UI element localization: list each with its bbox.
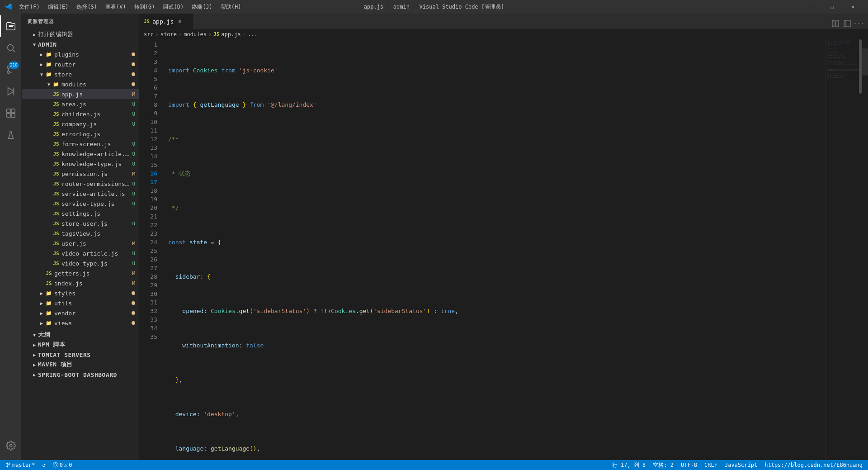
file-app-js[interactable]: JS app.js M (22, 89, 139, 99)
folder-plugins[interactable]: ▶ 📁 plugins (22, 49, 139, 59)
file-form-screen-js[interactable]: JS form-screen.js U (22, 139, 139, 149)
scrollbar-vertical[interactable] (862, 39, 868, 460)
file-company-js[interactable]: JS company.js U (22, 119, 139, 129)
breadcrumb-appjs[interactable]: app.js (221, 31, 241, 38)
file-index-js[interactable]: JS index.js M (22, 278, 139, 288)
activity-flask[interactable] (0, 124, 22, 146)
arrow-icon: ▶ (31, 351, 38, 358)
folder-utils[interactable]: ▶ 📁 utils (22, 298, 139, 308)
file-video-type-js[interactable]: JS video-type.js U (22, 258, 139, 268)
file-service-article-js[interactable]: JS service-article.js U (22, 189, 139, 199)
sidebar-content[interactable]: ▶ 打开的编辑器 ▼ ADMIN ▶ 📁 plugins ▶ 📁 router (22, 29, 139, 460)
section-tomcat[interactable]: ▶ TOMCAT SERVERS (22, 350, 139, 360)
file-label: store-user.js (61, 220, 132, 227)
more-actions-icon[interactable]: ··· (854, 18, 864, 29)
indentation-item[interactable]: 空格: 2 (651, 460, 675, 470)
menu-file[interactable]: 文件(F) (15, 2, 43, 12)
maximize-button[interactable]: □ (822, 0, 843, 14)
section-label: SPRING-BOOT DASHBOARD (38, 371, 139, 378)
file-service-type-js[interactable]: JS service-type.js U (22, 199, 139, 209)
line-ending-item[interactable]: CRLF (703, 460, 719, 470)
menu-help[interactable]: 帮助(H) (217, 2, 245, 12)
encoding-item[interactable]: UTF-8 (679, 460, 699, 470)
status-bar: master* ↺ ⓪ 0 ⚠ 0 行 17, 列 8 空格: 2 UTF-8 … (0, 460, 868, 470)
minimize-button[interactable]: ─ (801, 0, 822, 14)
file-store-user-js[interactable]: JS store-user.js U (22, 218, 139, 228)
warnings-count: 0 (69, 462, 72, 468)
file-getters-js[interactable]: JS getters.js M (22, 268, 139, 278)
menu-view[interactable]: 查看(V) (102, 2, 130, 12)
file-video-article-js[interactable]: JS video-article.js U (22, 248, 139, 258)
section-admin[interactable]: ▼ ADMIN (22, 39, 139, 49)
file-router-permissions-js[interactable]: JS router-permissions.js U (22, 179, 139, 189)
folder-icon: 📁 (45, 290, 52, 297)
section-maven[interactable]: ▶ MAVEN 项目 (22, 360, 139, 370)
file-children-js[interactable]: JS children.js U (22, 109, 139, 119)
folder-store[interactable]: ▼ 📁 store (22, 69, 139, 79)
file-user-js[interactable]: JS user.js M (22, 238, 139, 248)
code-editor[interactable]: 1 2 3 4 5 6 7 8 9 10 11 12 13 14 15 16 1… (139, 39, 868, 460)
run-icon (6, 86, 16, 96)
minimap-slider[interactable] (859, 39, 862, 94)
feedback-item[interactable]: https://blog.csdn.net/E86huang (763, 460, 864, 470)
git-branch-item[interactable]: master* (4, 460, 37, 470)
section-npm[interactable]: ▶ NPM 脚本 (22, 340, 139, 350)
file-errorlog-js[interactable]: JS errorLog.js (22, 129, 139, 139)
split-editor-icon[interactable] (830, 18, 841, 29)
untracked-letter: U (132, 111, 135, 117)
file-permission-js[interactable]: JS permission.js M (22, 169, 139, 179)
activity-settings[interactable] (0, 435, 22, 456)
section-springboot[interactable]: ▶ SPRING-BOOT DASHBOARD (22, 370, 139, 380)
activity-explorer[interactable] (0, 15, 22, 37)
errors-count: 0 (60, 462, 63, 468)
code-line-3: /** (161, 135, 826, 143)
git-branch-icon (5, 462, 11, 468)
errors-item[interactable]: ⓪ 0 ⚠ 0 (51, 460, 74, 470)
modified-badge (132, 311, 135, 315)
activity-scm[interactable]: 210 (0, 59, 22, 81)
cursor-position-item[interactable]: 行 17, 列 8 (610, 460, 648, 470)
folder-router[interactable]: ▶ 📁 router (22, 59, 139, 69)
section-open-editors[interactable]: ▶ 打开的编辑器 (22, 29, 139, 39)
menu-select[interactable]: 选择(S) (73, 2, 101, 12)
section-outline[interactable]: ▼ 大纲 (22, 330, 139, 340)
js-file-icon: JS (52, 160, 60, 167)
scrollbar-thumb[interactable] (862, 48, 868, 76)
file-knowledge-type-js[interactable]: JS knowledge-type.js U (22, 159, 139, 169)
code-content[interactable]: import Cookies from 'js-cookie' import {… (161, 39, 826, 460)
gear-icon (6, 441, 16, 451)
menu-goto[interactable]: 转到(G) (131, 2, 159, 12)
sync-item[interactable]: ↺ (41, 460, 47, 470)
scm-badge: 210 (9, 62, 19, 69)
folder-modules[interactable]: ▼ 📁 modules (22, 79, 139, 89)
modified-badge (132, 52, 135, 56)
file-area-js[interactable]: JS area.js U (22, 99, 139, 109)
menu-debug[interactable]: 调试(D) (159, 2, 187, 12)
language-item[interactable]: JavaScript (723, 460, 759, 470)
menu-edit[interactable]: 编辑(E) (44, 2, 72, 12)
file-tagsview-js[interactable]: JS tagsView.js (22, 228, 139, 238)
close-button[interactable]: ✕ (843, 0, 863, 14)
breadcrumb-store[interactable]: store (160, 31, 177, 38)
svg-point-6 (7, 71, 9, 74)
breadcrumb: src › store › modules › JS app.js › ... (139, 29, 868, 39)
breadcrumb-ellipsis[interactable]: ... (248, 31, 258, 38)
activity-search[interactable] (0, 37, 22, 59)
activity-run[interactable] (0, 81, 22, 102)
activity-extensions[interactable] (0, 102, 22, 124)
file-knowledge-article-js[interactable]: JS knowledge-article.js U (22, 149, 139, 159)
tab-close-button[interactable]: ✕ (176, 18, 184, 25)
folder-vendor[interactable]: ▶ 📁 vendor (22, 308, 139, 318)
modified-badge (132, 321, 135, 325)
menu-terminal[interactable]: 终端(J) (188, 2, 216, 12)
breadcrumb-modules[interactable]: modules (184, 31, 207, 38)
minimap-content: import Cookies from 'js-cookie' import {… (826, 39, 862, 460)
tab-app-js[interactable]: JS app.js ✕ (139, 14, 193, 29)
folder-label: router (54, 61, 132, 68)
arrow-icon: ▶ (38, 61, 45, 68)
file-settings-js[interactable]: JS settings.js (22, 209, 139, 218)
folder-styles[interactable]: ▶ 📁 styles (22, 288, 139, 298)
folder-views[interactable]: ▶ 📁 views (22, 318, 139, 328)
toggle-sidebar-icon[interactable] (842, 18, 853, 29)
breadcrumb-src[interactable]: src (144, 31, 154, 38)
